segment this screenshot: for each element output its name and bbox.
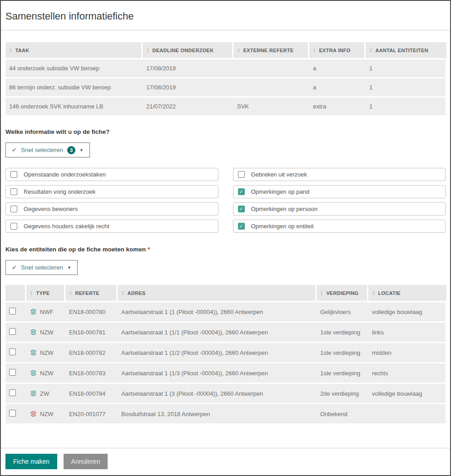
cell-referte: EN18-000780: [65, 309, 118, 315]
sort-down-icon: ▼: [30, 293, 33, 296]
annuleren-button[interactable]: Annuleren: [64, 454, 108, 469]
sort-down-icon: ▼: [369, 50, 372, 53]
table-row: NZWEN18-000783Aartselaarstraat 1 (1/3 (P…: [5, 363, 446, 383]
column-header-taak[interactable]: ▲▼TAAK: [5, 42, 143, 58]
cell-deadline: 21/07/2022: [143, 103, 233, 110]
quick-select-entity-button[interactable]: ✔ Snel selecteren ▼: [5, 260, 78, 275]
info-option-openstaande-onderzoekstaken[interactable]: Openstaande onderzoekstaken: [5, 168, 218, 181]
required-marker: *: [148, 246, 150, 253]
sort-icon: ▲▼: [69, 290, 72, 295]
sort-down-icon: ▼: [372, 293, 375, 296]
cell-externe-referte: SVK: [233, 103, 309, 110]
entity-row-checkbox[interactable]: [9, 389, 16, 396]
info-option-label: Gegevens bewoners: [24, 206, 78, 212]
column-header-adres[interactable]: ▲▼ADRES: [118, 285, 317, 301]
column-header-extra-info[interactable]: ▲▼EXTRA INFO: [309, 42, 366, 58]
cell-type: NWF: [26, 309, 65, 315]
cell-type: ZW: [26, 390, 65, 397]
cell-deadline: 17/08/2019: [143, 84, 233, 91]
column-header-label: EXTRA INFO: [319, 48, 350, 53]
column-header-label: LOCATIE: [378, 290, 401, 296]
task-table-header-row: ▲▼TAAK▲▼DEADLINE ONDERZOEK▲▼EXTERNE REFE…: [5, 42, 446, 58]
sort-icon: ▲▼: [121, 290, 124, 295]
checkbox-gegevens-houders-zakelijk-recht[interactable]: [10, 223, 17, 230]
footer: Fiche maken Annuleren: [1, 448, 450, 475]
info-option-gegevens-houders-zakelijk-recht[interactable]: Gegevens houders zakelijk recht: [5, 220, 218, 233]
info-option-gegevens-bewoners[interactable]: Gegevens bewoners: [5, 202, 218, 216]
table-row: NZWEN18-000782Aartselaarstraat 1 (1/2 (P…: [5, 343, 446, 362]
entity-row-checkbox[interactable]: [9, 328, 16, 335]
column-header-verdieping[interactable]: ▲▼VERDIEPING: [317, 285, 368, 301]
entity-question-text: Kies de entiteiten die op de fiche moete…: [5, 246, 146, 253]
sort-icon: ▲▼: [320, 290, 323, 295]
cell-type: NZW: [26, 329, 65, 336]
cell-referte: EN18-000784: [65, 390, 118, 397]
column-header-locatie[interactable]: ▲▼LOCATIE: [368, 285, 446, 301]
sort-down-icon: ▼: [146, 50, 149, 53]
sort-icon: ▲▼: [369, 48, 372, 53]
cell-type: NZW: [26, 349, 65, 356]
cell-adres: Aartselaarstraat 1 (1 (Piloot -00004)), …: [118, 309, 317, 315]
sort-icon: ▲▼: [313, 48, 316, 53]
column-header-referte[interactable]: ▲▼REFERTE: [65, 285, 118, 301]
column-header-type[interactable]: ▲▼TYPE: [26, 285, 65, 301]
info-option-label: Opmerkingen op pand: [251, 188, 310, 195]
info-option-opmerkingen-op-persoon[interactable]: ✓Opmerkingen op persoon: [233, 202, 446, 216]
column-header-label: DEADLINE ONDERZOEK: [152, 48, 213, 53]
column-header-label: AANTAL ENTITEITEN: [375, 48, 428, 53]
column-header-label: TAAK: [15, 48, 29, 53]
entity-row-checkbox[interactable]: [9, 369, 16, 376]
check-icon: ✔: [12, 264, 17, 271]
table-row: NZWEN18-000781Aartselaarstraat 1 (1/1 (P…: [5, 323, 446, 342]
entity-stack-icon: [30, 329, 37, 336]
cell-taak: 86 termijn onderz. subsidie VW beroep: [5, 84, 143, 91]
entity-row-checkbox[interactable]: [9, 348, 16, 355]
entity-stack-icon: [30, 390, 37, 397]
checkbox-resultaten-vorig-onderzoek[interactable]: [10, 188, 17, 195]
cell-type: NZW: [26, 370, 65, 377]
column-header-select: [5, 285, 26, 301]
cell-referte: EN18-000782: [65, 349, 118, 356]
column-header-aantal-entiteiten[interactable]: ▲▼AANTAL ENTITEITEN: [366, 42, 446, 58]
column-header-label: ADRES: [127, 290, 145, 296]
cell-deadline: 17/08/2019: [143, 65, 233, 72]
column-header-deadline-onderzoek[interactable]: ▲▼DEADLINE ONDERZOEK: [143, 42, 233, 58]
cell-verdieping: 1ste verdieping: [317, 329, 368, 336]
sort-down-icon: ▼: [69, 293, 72, 296]
info-option-label: Gegevens houders zakelijk recht: [24, 223, 109, 230]
checkbox-gebreken-uit-verzoek[interactable]: [238, 171, 245, 178]
info-option-resultaten-vorig-onderzoek[interactable]: Resultaten vorig onderzoek: [5, 185, 218, 198]
checkbox-opmerkingen-op-persoon[interactable]: ✓: [238, 206, 245, 212]
cell-select: [5, 389, 26, 397]
sort-down-icon: ▼: [313, 50, 316, 53]
column-header-label: VERDIEPING: [326, 290, 358, 296]
fiche-maken-button[interactable]: Fiche maken: [5, 454, 57, 469]
info-option-gebreken-uit-verzoek[interactable]: Gebreken uit verzoek: [233, 168, 446, 181]
table-row: 146 onderzoek SVK inhuurname LB21/07/202…: [5, 98, 446, 115]
cell-locatie: volledige bouwlaag: [368, 309, 446, 315]
checkbox-opmerkingen-op-pand[interactable]: ✓: [238, 188, 245, 195]
checkbox-gegevens-bewoners[interactable]: [10, 206, 17, 212]
quick-select-info-button[interactable]: ✔ Snel selecteren 3 ▼: [5, 142, 90, 157]
chevron-down-icon: ▼: [79, 148, 84, 152]
cell-referte: EN18-000783: [65, 370, 118, 377]
cell-referte: EN18-000781: [65, 329, 118, 336]
column-header-externe-referte[interactable]: ▲▼EXTERNE REFERTE: [233, 42, 309, 58]
entity-row-checkbox[interactable]: [9, 410, 16, 417]
chevron-down-icon: ▼: [67, 265, 71, 270]
entity-row-checkbox[interactable]: [9, 308, 16, 314]
cell-verdieping: 1ste verdieping: [317, 349, 368, 356]
check-icon: ✔: [12, 147, 17, 153]
samenstellen-informatiefiche-dialog: Samenstellen informatiefiche ▲▼TAAK▲▼DEA…: [0, 0, 451, 476]
checkbox-openstaande-onderzoekstaken[interactable]: [10, 171, 17, 178]
info-option-opmerkingen-op-entiteit[interactable]: ✓Opmerkingen op entiteit: [233, 220, 446, 233]
table-row: 86 termijn onderz. subsidie VW beroep17/…: [5, 79, 446, 96]
info-option-opmerkingen-op-pand[interactable]: ✓Opmerkingen op pand: [233, 185, 446, 198]
cell-taak: 44 onderzoek subsidie VW beroep: [5, 65, 143, 72]
sort-down-icon: ▼: [121, 293, 124, 296]
entity-table-body: NWFEN18-000780Aartselaarstraat 1 (1 (Pil…: [5, 302, 446, 423]
quick-select-label: Snel selecteren: [21, 147, 63, 153]
checkbox-opmerkingen-op-entiteit[interactable]: ✓: [238, 223, 245, 230]
cell-select: [5, 348, 26, 357]
cell-verdieping: 1ste verdieping: [317, 370, 368, 377]
